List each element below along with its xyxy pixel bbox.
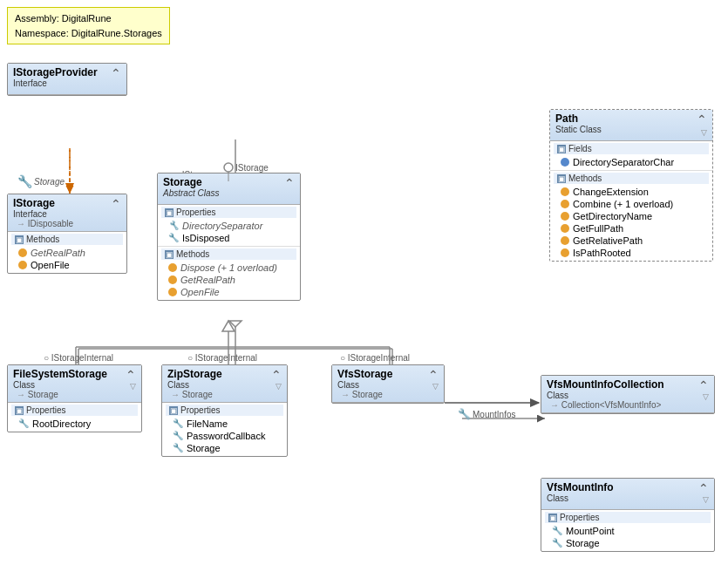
storage-connector-label: 🔧 Storage — [17, 174, 65, 188]
storage-props-header: ▣ Properties — [161, 207, 296, 218]
storage-getrealpath: GetRealPath — [161, 274, 296, 286]
vfss-inherits: → Storage — [337, 390, 392, 399]
ispathrootd-icon — [561, 248, 569, 257]
vfss-filter[interactable]: ▽ — [432, 382, 439, 391]
istorage-provider-collapse[interactable]: ⌃ — [111, 66, 121, 80]
istorage-header: IStorage Interface → IDisposable ⌃ — [8, 194, 126, 232]
svg-text:IStorage: IStorage — [235, 163, 269, 173]
svg-point-22 — [224, 163, 233, 172]
combine-icon — [561, 200, 569, 208]
storage-dispose: Dispose (+ 1 overload) — [161, 262, 296, 274]
vfss-interface-label: ○ IStorageInternal — [340, 353, 410, 363]
storage-collapse[interactable]: ⌃ — [284, 176, 295, 190]
path-changeext: ChangeExtension — [554, 186, 709, 198]
filename-icon: 🔧 — [173, 418, 183, 429]
istorage-methods-section: ▣ Methods GetRealPath OpenFile — [8, 232, 126, 273]
fss-header: FileSystemStorage Class → Storage ⌃ ▽ — [8, 365, 141, 403]
path-title: Path — [555, 112, 602, 125]
mountpoint-icon: 🔧 — [552, 526, 562, 536]
storage-methods-section: ▣ Methods Dispose (+ 1 overload) GetReal… — [158, 247, 300, 300]
vfsmi-collapse[interactable]: ⌃ — [698, 481, 709, 495]
isdisposed-icon: 🔧 — [168, 233, 179, 243]
vfsmic-inherits: → Collection<VfsMountInfo> — [547, 400, 664, 410]
istorage-methods-header: ▣ Methods — [11, 234, 123, 245]
istorage-provider-subtitle: Interface — [13, 78, 98, 88]
path-filter[interactable]: ▽ — [701, 128, 707, 137]
openfile2-icon — [168, 288, 177, 296]
path-collapse[interactable]: ⌃ — [697, 112, 707, 126]
svg-marker-15 — [222, 321, 235, 331]
dirsepchar-icon — [561, 158, 569, 167]
dirsep-icon: 🔧 — [168, 221, 179, 231]
zips-pwdcb: 🔧 PasswordCallback — [166, 430, 283, 442]
path-ispathrootd: IsPathRooted — [554, 247, 709, 259]
fss-title: FileSystemStorage — [13, 368, 107, 380]
dispose-icon — [168, 263, 177, 272]
path-methods-section: ▣ Methods ChangeExtension Combine (+ 1 o… — [550, 171, 712, 261]
vfsmountinfocollection-box: VfsMountInfoCollection Class → Collectio… — [541, 375, 715, 414]
zips-title: ZipStorage — [167, 368, 222, 380]
diagram: Assembly: DigitalRune Namespace: Digital… — [0, 0, 728, 585]
zips-collapse[interactable]: ⌃ — [271, 368, 282, 382]
zips-storage-icon: 🔧 — [173, 443, 183, 453]
zips-props-icon: ▣ — [169, 406, 178, 415]
vfsmountinfo-box: VfsMountInfo Class ⌃ ▽ ▣ Properties 🔧 Mo… — [541, 478, 715, 552]
vfsmi-subtitle: Class — [547, 493, 614, 503]
vfsmic-collapse[interactable]: ⌃ — [698, 378, 709, 392]
fss-props-header: ▣ Properties — [11, 405, 138, 416]
vfsmic-title: VfsMountInfoCollection — [547, 378, 664, 391]
vfsmi-props-icon: ▣ — [548, 514, 557, 522]
vfsmic-header: VfsMountInfoCollection Class → Collectio… — [541, 376, 714, 413]
fss-inherits: → Storage — [13, 390, 107, 399]
fields-icon: ▣ — [557, 145, 566, 153]
pwdcb-icon: 🔧 — [173, 431, 183, 441]
getrealpath2-icon — [168, 275, 177, 284]
istorage-inherits: → IDisposable — [13, 219, 73, 228]
istorage-provider-box: IStorageProvider Interface ⌃ — [7, 63, 127, 96]
props-icon: ▣ — [165, 208, 173, 217]
vfss-collapse[interactable]: ⌃ — [428, 368, 439, 382]
istorage-openfile: OpenFile — [11, 259, 123, 271]
methods-icon3: ▣ — [557, 174, 566, 183]
rootdir-icon: 🔧 — [18, 418, 29, 429]
path-dirsepchar: DirectorySeparatorChar — [554, 156, 709, 168]
getrelpath-icon — [561, 236, 569, 245]
methods-icon: ▣ — [15, 235, 24, 244]
zips-storage: 🔧 Storage — [166, 442, 283, 454]
storage-subtitle: Abstract Class — [163, 188, 219, 198]
fss-collapse[interactable]: ⌃ — [126, 368, 136, 382]
zips-filter[interactable]: ▽ — [276, 382, 282, 391]
svg-marker-8 — [229, 321, 242, 327]
vfsmi-props-section: ▣ Properties 🔧 MountPoint 🔧 Storage — [541, 510, 714, 551]
zips-inherits: → Storage — [167, 390, 222, 399]
vfss-title: VfsStorage — [337, 368, 392, 380]
filesystemstorage-box: FileSystemStorage Class → Storage ⌃ ▽ ▣ … — [7, 364, 142, 432]
getdirname-icon — [561, 212, 569, 221]
path-combine: Combine (+ 1 overload) — [554, 198, 709, 210]
storage-title: Storage — [163, 176, 219, 188]
zipstorage-box: ZipStorage Class → Storage ⌃ ▽ ▣ Propert… — [161, 364, 288, 457]
changeext-icon — [561, 187, 569, 196]
istorage-provider-title: IStorageProvider — [13, 66, 98, 78]
path-fields-section: ▣ Fields DirectorySeparatorChar — [550, 141, 712, 171]
zips-filename: 🔧 FileName — [166, 418, 283, 430]
vfsmi-storage: 🔧 Storage — [545, 537, 711, 549]
istorage-title: IStorage — [13, 197, 73, 209]
vfsmi-filter[interactable]: ▽ — [703, 495, 709, 504]
zips-props-section: ▣ Properties 🔧 FileName 🔧 PasswordCallba… — [162, 403, 287, 456]
storage-methods-header: ▣ Methods — [161, 248, 296, 260]
path-methods-header: ▣ Methods — [554, 173, 709, 184]
fss-rootdir: 🔧 RootDirectory — [11, 418, 138, 430]
vfss-subtitle: Class — [337, 380, 392, 390]
namespace-label: Namespace: DigitalRune.Storages — [15, 26, 162, 41]
assembly-label: Assembly: DigitalRune — [15, 11, 162, 26]
vfsmi-title: VfsMountInfo — [547, 481, 614, 493]
mountinfos-label: 🔧 MountInfos — [458, 408, 515, 420]
path-header: Path Static Class ⌃ ▽ — [550, 110, 712, 141]
getfullpath-icon — [561, 224, 569, 233]
fss-filter[interactable]: ▽ — [130, 382, 136, 391]
vfsmic-filter[interactable]: ▽ — [703, 392, 709, 401]
vfsmic-subtitle: Class — [547, 391, 664, 400]
istorage-collapse[interactable]: ⌃ — [111, 197, 121, 211]
vfss-header: VfsStorage Class → Storage ⌃ ▽ — [332, 365, 444, 403]
